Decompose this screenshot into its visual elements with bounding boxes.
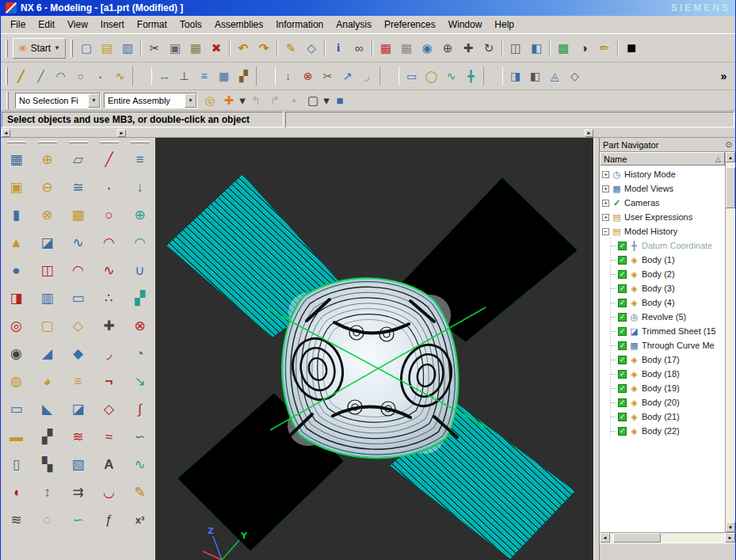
- studio-spline-icon[interactable]: ∿: [441, 67, 461, 86]
- point-icon[interactable]: ∙: [90, 67, 110, 86]
- constraint-icon[interactable]: ⊥: [174, 67, 194, 86]
- tube-icon[interactable]: ◌: [34, 506, 61, 534]
- feature-tree-item[interactable]: ✓ ◈ Body (20): [611, 395, 725, 410]
- edit-parameters-icon[interactable]: ✎: [127, 478, 154, 506]
- toolbar-grip[interactable]: [100, 141, 119, 143]
- stop-selection-icon[interactable]: ▪: [284, 91, 303, 110]
- toolbar-separator[interactable]: [549, 40, 551, 57]
- selection-filter-combo[interactable]: No Selection Fi ▼: [15, 93, 101, 109]
- toolbar-grip[interactable]: [69, 141, 88, 143]
- feature-checkbox[interactable]: ✓: [618, 270, 627, 279]
- extrude-icon[interactable]: ◨: [3, 284, 30, 312]
- expander-icon[interactable]: −: [602, 228, 609, 235]
- trimetric-view-icon[interactable]: ◬: [545, 67, 565, 86]
- join-curve-icon[interactable]: ∪: [127, 257, 154, 284]
- save-icon[interactable]: ▥: [117, 38, 138, 59]
- scroll-down-button[interactable]: ▼: [726, 522, 735, 532]
- feature-tree-item[interactable]: ✓ ◈ Body (19): [611, 381, 725, 395]
- fit-view-icon[interactable]: ◉: [417, 38, 437, 59]
- feature-tree-item[interactable]: ✓ ◪ Trimmed Sheet (15: [611, 324, 725, 338]
- four-point-surface-icon[interactable]: ◇: [65, 312, 92, 340]
- toolbar-grip[interactable]: [6, 92, 9, 109]
- intersect-icon[interactable]: ⊗: [34, 201, 61, 229]
- intersection-point-icon[interactable]: ⊗: [298, 67, 318, 86]
- point-curve-icon[interactable]: ∙: [96, 173, 123, 201]
- fillet-curve-icon[interactable]: ◞: [357, 67, 377, 86]
- extension-icon[interactable]: ⇉: [65, 478, 92, 506]
- project-curve-icon[interactable]: ↓: [278, 67, 298, 86]
- scroll-right-button[interactable]: ►: [117, 129, 126, 137]
- scrollbar-track[interactable]: [610, 533, 725, 543]
- feature-checkbox[interactable]: ✓: [618, 256, 627, 265]
- intersection-curve-icon[interactable]: ⊗: [127, 312, 154, 340]
- toolbar-separator[interactable]: [483, 67, 503, 86]
- cone-icon[interactable]: ▲: [3, 229, 30, 257]
- paste-icon[interactable]: ▦: [185, 38, 206, 59]
- toolbar-separator[interactable]: [372, 40, 373, 57]
- chevron-down-icon[interactable]: ▼: [185, 93, 196, 108]
- expander-icon[interactable]: +: [602, 171, 609, 178]
- pattern-curve-icon[interactable]: ▦: [214, 67, 234, 86]
- orient-view-icon[interactable]: ◧: [525, 67, 545, 86]
- bridge-curve-icon[interactable]: ◠: [127, 229, 154, 257]
- unite-icon[interactable]: ⊕: [34, 146, 61, 173]
- pan-icon[interactable]: ✚: [458, 38, 479, 59]
- chamfer-icon[interactable]: ◣: [34, 395, 61, 423]
- feature-checkbox[interactable]: ✓: [618, 299, 627, 307]
- feature-tree-item[interactable]: ✓ ◈ Body (17): [611, 352, 725, 367]
- copy-icon[interactable]: ▣: [165, 38, 185, 59]
- wireframe-view-icon[interactable]: ◇: [565, 67, 585, 86]
- black-display-icon[interactable]: ■: [621, 38, 642, 59]
- wrap-curve-icon[interactable]: ∫: [127, 395, 154, 423]
- caret-down-icon[interactable]: ▾: [238, 91, 246, 110]
- conic-icon[interactable]: ◡: [96, 478, 123, 506]
- expander-icon[interactable]: +: [602, 200, 609, 207]
- menu-item[interactable]: Edit: [32, 17, 61, 32]
- rectangle-select-icon[interactable]: ▢: [303, 91, 322, 110]
- toolbar-separator[interactable]: [140, 40, 142, 57]
- point-set-icon[interactable]: ∴: [96, 284, 123, 312]
- delete-icon[interactable]: ✖: [206, 38, 227, 59]
- feature-checkbox[interactable]: ✓: [618, 370, 627, 379]
- n-sided-surface-icon[interactable]: ◆: [65, 340, 92, 368]
- feature-checkbox[interactable]: ✓: [618, 242, 627, 250]
- feature-checkbox[interactable]: ✓: [618, 327, 627, 336]
- toolbar-separator[interactable]: [256, 67, 276, 86]
- boss-icon[interactable]: ◍: [3, 368, 30, 395]
- scrollbar-thumb[interactable]: [726, 167, 735, 208]
- helix-icon[interactable]: ≈: [96, 423, 123, 451]
- shaded-display-icon[interactable]: ◧: [526, 38, 547, 59]
- menu-item[interactable]: Insert: [94, 17, 131, 32]
- toolbar-separator[interactable]: [617, 40, 619, 57]
- bounded-plane-icon[interactable]: ▭: [65, 284, 92, 312]
- patch-icon[interactable]: ▧: [65, 451, 92, 478]
- open-folder-icon[interactable]: ▤: [97, 38, 117, 59]
- toolbar-separator[interactable]: [132, 67, 152, 86]
- cut-icon[interactable]: ✂: [144, 38, 165, 59]
- extend-curve-icon[interactable]: ↗: [337, 67, 357, 86]
- graphics-viewport[interactable]: Z Y: [155, 138, 593, 560]
- feature-tree-item[interactable]: ✓ ◈ Body (22): [611, 424, 725, 438]
- snap-point-icon[interactable]: ◎: [200, 91, 219, 110]
- pin-icon[interactable]: ⊙: [726, 140, 732, 149]
- datum-plane-icon[interactable]: ◇: [301, 38, 322, 59]
- snap-view-icon[interactable]: ◨: [505, 67, 525, 86]
- offset-op-icon[interactable]: ≡: [127, 146, 154, 173]
- edge-blend-icon[interactable]: ◕: [34, 368, 61, 395]
- erase-icon[interactable]: ✏: [594, 38, 615, 59]
- ellipse-icon[interactable]: ◯: [421, 67, 441, 86]
- hole-icon[interactable]: ◉: [3, 340, 30, 368]
- menu-item[interactable]: View: [61, 17, 94, 32]
- sphere-icon[interactable]: ●: [3, 257, 30, 284]
- pad-icon[interactable]: ▬: [3, 423, 30, 451]
- multi-point-icon[interactable]: ✚: [96, 312, 123, 340]
- feature-tree-item[interactable]: ✓ ◈ Body (1): [611, 253, 725, 267]
- menu-item[interactable]: Preferences: [378, 17, 442, 32]
- part-navigator-header[interactable]: Part Navigator ⊙: [600, 138, 735, 152]
- text-curve-icon[interactable]: A: [96, 451, 123, 478]
- object-information-icon[interactable]: i: [328, 38, 349, 59]
- view-orient-icon[interactable]: ◫: [505, 38, 526, 59]
- sew-icon[interactable]: ≋: [65, 423, 92, 451]
- toolbar-grip[interactable]: [7, 141, 26, 143]
- menu-item[interactable]: Format: [131, 17, 174, 32]
